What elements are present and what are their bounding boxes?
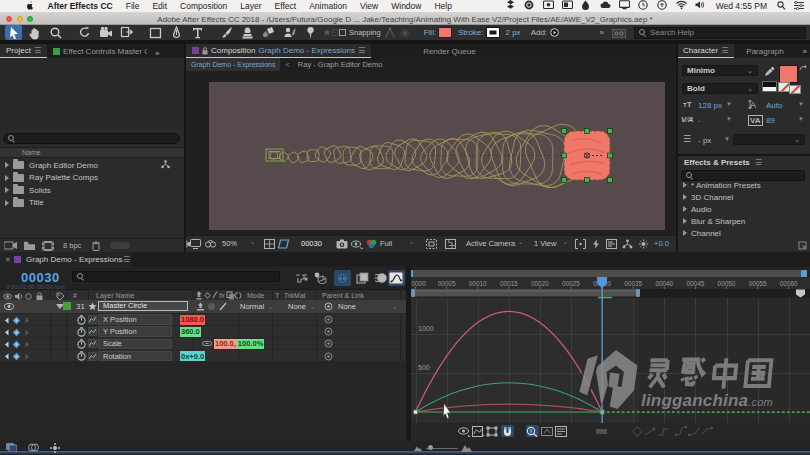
layer-visibility-eye-icon[interactable] <box>4 303 14 310</box>
zoom-in-mountain-icon[interactable] <box>461 444 472 452</box>
main-viewer-icon[interactable] <box>190 239 201 249</box>
shy-layers-icon[interactable] <box>334 270 351 286</box>
graph-type-icon[interactable] <box>472 425 485 437</box>
flowchart-icon[interactable] <box>622 239 633 249</box>
comp-mini-flowchart-icon[interactable] <box>293 270 310 286</box>
effects-item-audio[interactable]: Audio <box>678 203 810 215</box>
property-value-segment[interactable]: 0x+0.0 <box>180 351 205 361</box>
pen-tool[interactable] <box>168 25 185 40</box>
expand-arrow-icon[interactable] <box>5 200 9 206</box>
keyframe-navigator[interactable] <box>3 328 31 337</box>
effects-item-animation-presets[interactable]: * Animation Presets <box>678 179 810 191</box>
quality-switch-icon[interactable] <box>208 303 215 310</box>
selection-tool[interactable] <box>5 25 22 40</box>
menubar-item-effect[interactable]: Effect <box>268 1 303 11</box>
magnification-dropdown-arrow[interactable]: ⌄ <box>250 238 255 245</box>
new-composition-icon[interactable] <box>42 241 54 251</box>
parent-column-header[interactable]: Parent & Link <box>322 292 364 299</box>
project-footer-scrollbar[interactable] <box>110 242 130 249</box>
camera-tool[interactable] <box>97 25 114 40</box>
rotation-tool[interactable] <box>76 25 93 40</box>
property-value[interactable]: 0x+0.0 <box>180 351 205 361</box>
menubar-item-window[interactable]: Window <box>385 1 428 11</box>
tab-paragraph[interactable]: Paragraph <box>740 44 789 58</box>
eyedropper-icon[interactable] <box>764 65 776 77</box>
graph-toggle-icon[interactable] <box>88 339 97 348</box>
reset-exposure-icon[interactable] <box>638 239 649 249</box>
property-row-x-position[interactable]: X Position1080.0 <box>0 313 406 325</box>
binoculars-icon[interactable] <box>205 239 216 248</box>
char-stroke-width-value[interactable]: - px <box>698 136 711 145</box>
graph-editor[interactable]: 1000500000000005000100001500020000250003… <box>411 267 810 441</box>
project-folder-solids[interactable]: Solids <box>0 184 184 197</box>
tab-project[interactable]: Project☰ <box>0 44 47 58</box>
time-machine-icon[interactable] <box>638 2 649 12</box>
layer-label-color-chip[interactable] <box>63 302 71 310</box>
new-panel-corner-icon[interactable] <box>798 241 807 250</box>
wifi-icon[interactable] <box>676 2 687 12</box>
screen-share-icon[interactable] <box>543 2 554 12</box>
resolution-value[interactable]: Full <box>380 239 392 248</box>
timeline-tab-label[interactable]: Graph Demo - Expressions <box>26 255 122 264</box>
swirl-icon[interactable] <box>524 2 535 12</box>
exposure-value[interactable]: +0.0 <box>654 239 669 248</box>
draft-3d-icon[interactable] <box>312 270 329 286</box>
brush-tool[interactable] <box>218 25 235 40</box>
parent-arrow[interactable]: ⌄ <box>392 303 397 310</box>
layer-name-box[interactable]: Master Circle <box>98 301 188 312</box>
menubar-item-view[interactable]: View <box>353 1 384 11</box>
number-column-header[interactable]: # <box>73 292 77 299</box>
kerning-dropdown-arrow[interactable]: ▼ <box>726 116 732 122</box>
effects-presets-title[interactable]: Effects & Presets <box>684 158 750 167</box>
leading-dropdown-arrow[interactable]: ▼ <box>798 101 804 107</box>
expand-layer-switches-icon[interactable] <box>6 443 17 452</box>
view-layout-value[interactable]: 1 View <box>534 239 556 248</box>
font-size-dropdown-arrow[interactable]: ▼ <box>726 101 732 107</box>
tracking-dropdown-arrow[interactable]: ▼ <box>798 116 804 122</box>
keyframe-navigator[interactable] <box>3 340 31 349</box>
font-family-select[interactable]: Minimo⌄ <box>682 65 758 76</box>
parent-pickwhip-icon[interactable] <box>324 302 333 311</box>
property-value-segment[interactable]: 100.0% <box>237 339 264 349</box>
tab-render-queue[interactable]: Render Queue <box>417 44 481 58</box>
project-folder-ray-palette-comps[interactable]: Ray Palette Comps <box>0 172 184 185</box>
character-tab-overflow[interactable]: » <box>803 47 807 56</box>
property-value-segment[interactable]: 100.0, <box>214 339 237 349</box>
menubar-item-animation[interactable]: Animation <box>303 1 354 11</box>
new-folder-icon[interactable] <box>24 241 35 250</box>
grid-guides-icon[interactable] <box>264 239 275 249</box>
property-name[interactable]: X Position <box>98 314 172 325</box>
workspace-icon[interactable] <box>612 24 626 42</box>
expand-arrow-icon[interactable] <box>683 230 687 236</box>
property-row-rotation[interactable]: Rotation0x+0.0 <box>0 349 406 361</box>
property-row-scale[interactable]: Scale100.0,100.0% <box>0 337 406 349</box>
keyframe-navigator[interactable] <box>3 352 31 361</box>
stroke-color-swatch[interactable] <box>486 27 500 38</box>
window-icon[interactable] <box>562 2 573 12</box>
pixel-aspect-icon[interactable] <box>575 239 586 249</box>
expand-arrow-icon[interactable] <box>683 182 687 188</box>
layer-row-master-circle[interactable]: 31Master CircleNormal⌄None⌄None⌄ <box>0 300 406 313</box>
keyframe-navigator[interactable] <box>3 316 31 325</box>
input-menu-icon[interactable] <box>657 2 668 12</box>
property-value[interactable]: 100.0,100.0% <box>214 339 264 349</box>
spotlight-icon[interactable] <box>777 1 786 11</box>
trash-icon[interactable] <box>92 241 100 251</box>
expand-transfer-controls-icon[interactable] <box>28 443 39 452</box>
droplet-icon[interactable] <box>581 2 592 12</box>
shape-tool[interactable] <box>147 25 164 40</box>
expand-arrow-icon[interactable] <box>5 175 9 181</box>
property-value-segment[interactable]: 1080.0 <box>180 315 205 325</box>
camera-dropdown-arrow[interactable]: ⌄ <box>518 238 523 245</box>
menubar-item-help[interactable]: Help <box>428 1 458 11</box>
graph-toggle-icon[interactable] <box>88 352 97 361</box>
expand-arrow-icon[interactable] <box>683 206 687 212</box>
project-bpc-label[interactable]: 8 bpc <box>63 241 81 250</box>
volume-icon[interactable] <box>695 2 706 12</box>
viewer-back-arrow[interactable]: < <box>280 60 294 69</box>
project-name-column-header[interactable]: Name <box>22 149 41 156</box>
zoom-out-mountain-icon[interactable] <box>414 445 422 451</box>
font-size-value[interactable]: 128 px <box>698 101 722 110</box>
project-search-input[interactable] <box>3 133 180 144</box>
transform-box-icon[interactable] <box>486 425 499 437</box>
